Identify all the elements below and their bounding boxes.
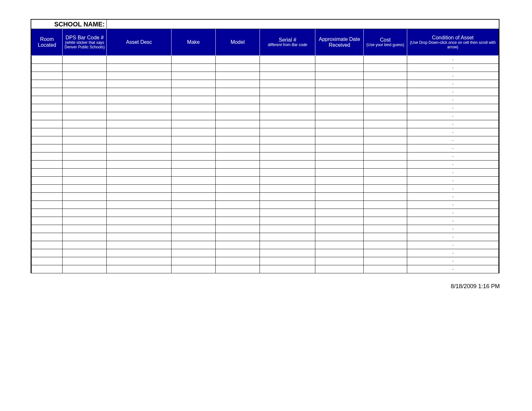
- data-cell[interactable]: [315, 257, 364, 265]
- data-cell[interactable]: [63, 161, 107, 169]
- data-cell[interactable]: [63, 177, 107, 185]
- condition-cell[interactable]: -: [407, 104, 498, 112]
- data-cell[interactable]: [364, 64, 407, 72]
- data-cell[interactable]: [364, 193, 407, 201]
- data-cell[interactable]: [215, 225, 260, 233]
- data-cell[interactable]: [260, 249, 315, 257]
- data-cell[interactable]: [364, 185, 407, 193]
- condition-cell[interactable]: -: [407, 161, 498, 169]
- data-cell[interactable]: [215, 128, 260, 136]
- data-cell[interactable]: [63, 249, 107, 257]
- data-cell[interactable]: [107, 128, 171, 136]
- data-cell[interactable]: [315, 88, 364, 96]
- data-cell[interactable]: [315, 136, 364, 144]
- data-cell[interactable]: [171, 193, 215, 201]
- data-cell[interactable]: [107, 161, 171, 169]
- data-cell[interactable]: [215, 209, 260, 217]
- condition-cell[interactable]: -: [407, 225, 498, 233]
- data-cell[interactable]: [107, 225, 171, 233]
- data-cell[interactable]: [171, 96, 215, 104]
- data-cell[interactable]: [171, 80, 215, 88]
- data-cell[interactable]: [215, 120, 260, 128]
- data-cell[interactable]: [364, 144, 407, 152]
- data-cell[interactable]: [32, 136, 63, 144]
- data-cell[interactable]: [364, 265, 407, 273]
- data-cell[interactable]: [215, 96, 260, 104]
- data-cell[interactable]: [63, 112, 107, 120]
- condition-cell[interactable]: -: [407, 193, 498, 201]
- data-cell[interactable]: [107, 233, 171, 241]
- condition-cell[interactable]: -: [407, 152, 498, 161]
- data-cell[interactable]: [215, 257, 260, 265]
- data-cell[interactable]: [32, 56, 63, 64]
- data-cell[interactable]: [107, 185, 171, 193]
- data-cell[interactable]: [215, 169, 260, 177]
- data-cell[interactable]: [364, 96, 407, 104]
- data-cell[interactable]: [32, 72, 63, 80]
- data-cell[interactable]: [171, 241, 215, 249]
- data-cell[interactable]: [32, 144, 63, 152]
- data-cell[interactable]: [63, 217, 107, 225]
- data-cell[interactable]: [364, 136, 407, 144]
- data-cell[interactable]: [315, 120, 364, 128]
- data-cell[interactable]: [63, 80, 107, 88]
- data-cell[interactable]: [63, 152, 107, 161]
- data-cell[interactable]: [260, 96, 315, 104]
- data-cell[interactable]: [171, 64, 215, 72]
- data-cell[interactable]: [364, 80, 407, 88]
- data-cell[interactable]: [364, 217, 407, 225]
- data-cell[interactable]: [32, 241, 63, 249]
- data-cell[interactable]: [315, 265, 364, 273]
- data-cell[interactable]: [315, 128, 364, 136]
- data-cell[interactable]: [171, 152, 215, 161]
- data-cell[interactable]: [315, 72, 364, 80]
- data-cell[interactable]: [260, 128, 315, 136]
- data-cell[interactable]: [171, 265, 215, 273]
- data-cell[interactable]: [315, 217, 364, 225]
- condition-cell[interactable]: -: [407, 201, 498, 209]
- condition-cell[interactable]: -: [407, 241, 498, 249]
- data-cell[interactable]: [364, 177, 407, 185]
- data-cell[interactable]: [364, 241, 407, 249]
- data-cell[interactable]: [171, 209, 215, 217]
- condition-cell[interactable]: -: [407, 56, 498, 64]
- data-cell[interactable]: [107, 72, 171, 80]
- data-cell[interactable]: [63, 136, 107, 144]
- data-cell[interactable]: [260, 193, 315, 201]
- data-cell[interactable]: [32, 120, 63, 128]
- condition-cell[interactable]: -: [407, 185, 498, 193]
- data-cell[interactable]: [260, 169, 315, 177]
- data-cell[interactable]: [32, 177, 63, 185]
- data-cell[interactable]: [107, 56, 171, 64]
- data-cell[interactable]: [364, 120, 407, 128]
- condition-cell[interactable]: -: [407, 80, 498, 88]
- data-cell[interactable]: [260, 104, 315, 112]
- condition-cell[interactable]: -: [407, 233, 498, 241]
- data-cell[interactable]: [215, 88, 260, 96]
- data-cell[interactable]: [32, 104, 63, 112]
- data-cell[interactable]: [171, 257, 215, 265]
- data-cell[interactable]: [315, 80, 364, 88]
- condition-cell[interactable]: -: [407, 169, 498, 177]
- data-cell[interactable]: [260, 88, 315, 96]
- condition-cell[interactable]: -: [407, 249, 498, 257]
- data-cell[interactable]: [107, 249, 171, 257]
- data-cell[interactable]: [315, 233, 364, 241]
- condition-cell[interactable]: -: [407, 128, 498, 136]
- data-cell[interactable]: [215, 265, 260, 273]
- data-cell[interactable]: [315, 241, 364, 249]
- data-cell[interactable]: [315, 112, 364, 120]
- data-cell[interactable]: [171, 128, 215, 136]
- data-cell[interactable]: [32, 96, 63, 104]
- data-cell[interactable]: [107, 112, 171, 120]
- data-cell[interactable]: [260, 185, 315, 193]
- data-cell[interactable]: [32, 249, 63, 257]
- data-cell[interactable]: [215, 112, 260, 120]
- data-cell[interactable]: [260, 201, 315, 209]
- data-cell[interactable]: [171, 233, 215, 241]
- data-cell[interactable]: [107, 120, 171, 128]
- data-cell[interactable]: [260, 56, 315, 64]
- data-cell[interactable]: [364, 104, 407, 112]
- data-cell[interactable]: [315, 201, 364, 209]
- data-cell[interactable]: [260, 80, 315, 88]
